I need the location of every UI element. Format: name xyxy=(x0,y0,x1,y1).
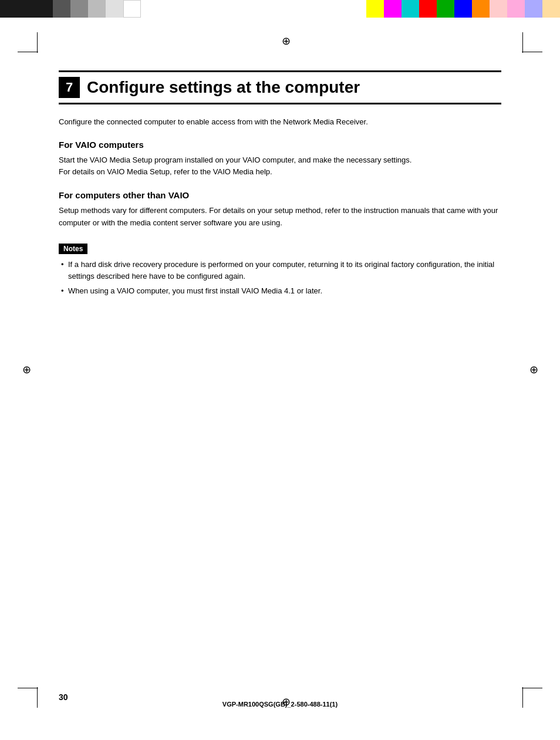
section-vaio-line-2: For details on VAIO Media Setup, refer t… xyxy=(59,166,501,178)
section-vaio-body: Start the VAIO Media Setup program insta… xyxy=(59,154,501,179)
reg-mark-middle-right: ⊕ xyxy=(528,364,539,376)
notes-list: If a hard disk drive recovery procedure … xyxy=(59,259,501,298)
footer-bold: 11 xyxy=(322,701,329,708)
chapter-number: 7 xyxy=(66,80,73,95)
trim-mark-tr-v xyxy=(522,32,523,53)
notes-item-1: If a hard disk drive recovery procedure … xyxy=(59,259,501,283)
chapter-number-box: 7 xyxy=(59,77,80,98)
color-bar-right xyxy=(366,0,560,18)
trim-mark-bl-h xyxy=(18,688,38,688)
section-vaio: For VAIO computers Start the VAIO Media … xyxy=(59,140,501,179)
chapter-heading: 7 Configure settings at the computer xyxy=(59,70,501,104)
trim-mark-tl-v xyxy=(37,32,38,53)
section-vaio-heading: For VAIO computers xyxy=(59,140,501,150)
notes-container: Notes If a hard disk drive recovery proc… xyxy=(59,244,501,298)
notes-item-2: When using a VAIO computer, you must fir… xyxy=(59,285,501,298)
notes-badge: Notes xyxy=(59,244,87,254)
trim-mark-tr-h xyxy=(522,52,542,52)
trim-mark-br-v xyxy=(522,687,523,708)
chapter-intro: Configure the connected computer to enab… xyxy=(59,116,501,128)
page-number: 30 xyxy=(59,692,68,702)
main-content: 7 Configure settings at the computer Con… xyxy=(59,70,501,307)
trim-mark-br-h xyxy=(522,688,542,688)
footer-prefix: VGP-MR100QSG(GB)_2-580-488- xyxy=(222,701,323,708)
section-other-heading: For computers other than VAIO xyxy=(59,190,501,200)
trim-mark-tl-h xyxy=(18,52,38,52)
color-bar-left xyxy=(0,0,141,18)
footer: VGP-MR100QSG(GB)_2-580-488-11(1) xyxy=(222,701,338,708)
footer-suffix: (1) xyxy=(330,701,338,708)
chapter-title: Configure settings at the computer xyxy=(87,78,360,97)
reg-mark-top-center: ⊕ xyxy=(280,35,292,47)
section-other-line-1: Setup methods vary for different compute… xyxy=(59,205,501,229)
section-other-body: Setup methods vary for different compute… xyxy=(59,205,501,229)
section-vaio-line-1: Start the VAIO Media Setup program insta… xyxy=(59,154,501,167)
trim-mark-bl-v xyxy=(37,687,38,708)
section-other: For computers other than VAIO Setup meth… xyxy=(59,190,501,229)
reg-mark-middle-left: ⊕ xyxy=(21,364,32,376)
